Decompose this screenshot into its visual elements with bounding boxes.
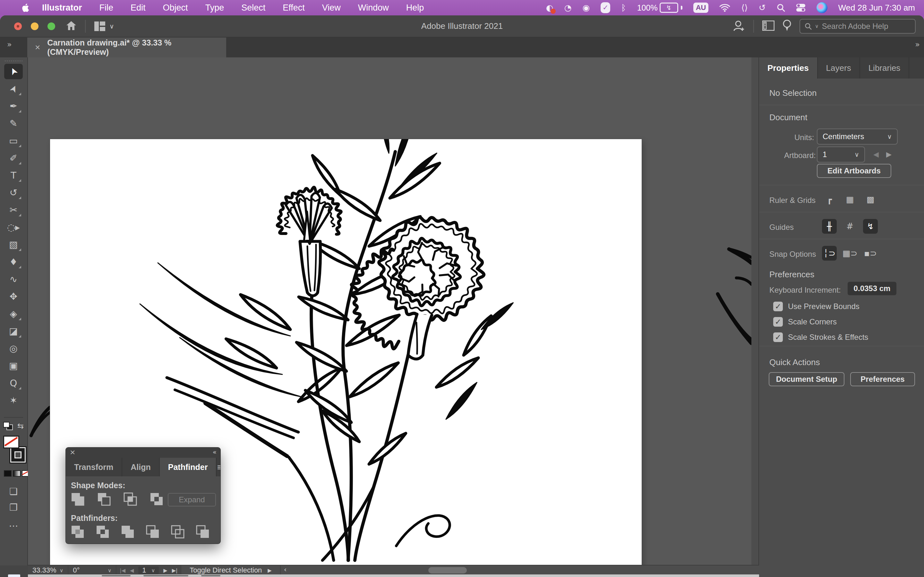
checkbox-use-preview-bounds[interactable]: ✓ [773,301,783,311]
shape-builder-tool[interactable]: ◪ [4,324,23,339]
adobe-help-search-field[interactable]: ∨ Search Adobe Help [800,19,916,34]
menu-view[interactable]: View [313,0,349,15]
pasteboard-artwork-left[interactable] [28,395,50,440]
arrange-documents-icon[interactable]: ∨ [94,21,114,31]
lasso-tool[interactable]: ◌▸ [4,219,23,235]
creative-cloud-icon[interactable]: ◐ [546,3,553,13]
tab-pathfinder[interactable]: Pathfinder [160,458,217,476]
divide-icon[interactable] [71,526,85,538]
blend-tool[interactable]: ◎ [4,341,23,356]
right-panel-expand-icon[interactable]: » [915,40,919,49]
previous-artboard-icon[interactable]: ◀ [873,150,879,158]
puppet-warp-tool[interactable]: ◈ [4,306,23,322]
alarm-app-icon[interactable]: ◔ [564,3,572,13]
menu-bar-clock[interactable]: Wed 28 Jun 7:30 am [838,3,915,13]
zoom-level-dropdown[interactable]: 33.33% ∨ [28,566,68,575]
swap-fill-stroke-icon[interactable]: ⇆ [17,422,24,430]
left-panel-expand-icon[interactable]: » [7,40,11,49]
menu-select[interactable]: Select [233,0,274,15]
paintbrush-tool[interactable]: ✐ [4,150,23,166]
document-tab[interactable]: × Carnation drawing.ai* @ 33.33 % (CMYK/… [27,37,226,57]
zoom-window-button[interactable] [47,23,55,30]
minus-front-icon[interactable] [97,493,111,506]
default-fill-stroke-icon[interactable] [3,422,13,430]
curvature-tool[interactable]: ✎ [4,116,23,131]
minimize-window-button[interactable] [31,23,39,30]
check-app-icon[interactable]: ✓ [601,2,610,13]
selection-tool[interactable]: ➤ [4,64,23,79]
menu-edit[interactable]: Edit [122,0,154,15]
scroll-left-icon[interactable]: ‹ [284,566,287,574]
color-swatch[interactable] [4,470,11,477]
scissors-tool[interactable]: ✂ [4,202,23,218]
horizontal-scrollbar-thumb[interactable] [428,567,467,574]
share-document-icon[interactable] [733,20,745,33]
free-transform-tool[interactable]: ✥ [4,289,23,304]
pathfinder-panel-header[interactable]: × « [66,448,220,458]
eyedropper-tool[interactable]: ♦ [4,254,23,269]
zoom-tool[interactable]: Q [4,376,23,391]
pasteboard-artwork-right[interactable] [702,224,751,378]
document-setup-button[interactable]: Document Setup [769,372,845,386]
next-artboard-icon[interactable]: ▶ [886,150,892,158]
rotate-tool[interactable]: ↺ [4,185,23,200]
panel-menu-icon[interactable]: ≡ [216,458,220,476]
fill-swatch-none[interactable] [3,436,19,448]
spotlight-search-icon[interactable] [777,3,785,12]
snap-to-point-icon[interactable]: ╎⊃ [822,246,837,261]
direct-selection-tool[interactable]: ➤ [4,81,23,97]
apple-menu-icon[interactable] [19,3,33,13]
collapse-panel-icon[interactable]: « [213,448,216,456]
unite-icon[interactable] [71,493,85,506]
input-source-menu[interactable]: AU [693,3,709,13]
panel-switch-icon[interactable] [762,21,774,32]
menu-illustrator[interactable]: Illustrator [33,0,91,15]
canvas-area[interactable]: × « TransformAlignPathfinder≡ Shape Mode… [28,57,751,566]
edit-toolbar-icon[interactable]: … [4,516,23,531]
expand-button[interactable]: Expand [168,493,216,506]
type-tool[interactable]: T [4,168,23,183]
tab-properties[interactable]: Properties [759,57,818,79]
width-tool[interactable]: ∿ [4,271,23,287]
pen-tool[interactable]: ✒ [4,98,23,114]
tab-align[interactable]: Align [122,458,160,476]
show-guides-icon[interactable]: ╫ [822,219,837,234]
battery-indicator[interactable]: 100% ↯ [637,3,682,13]
crop-icon[interactable] [146,526,160,538]
intersect-icon[interactable] [124,493,137,506]
previous-artboard-icon[interactable]: ◀ [130,567,134,574]
wifi-icon[interactable] [719,3,730,12]
menu-window[interactable]: Window [349,0,397,15]
stroke-swatch[interactable] [10,447,26,463]
close-panel-icon[interactable]: × [69,448,75,456]
keyboard-increment-field[interactable]: 0.0353 cm [848,282,897,295]
fill-stroke-indicator[interactable] [3,436,24,465]
artboard-dropdown[interactable]: 1 ∨ [817,147,865,163]
menu-help[interactable]: Help [397,0,433,15]
lock-guides-icon[interactable]: # [843,219,857,234]
gradient-swatch[interactable] [13,470,21,477]
checkbox-scale-corners[interactable]: ✓ [773,317,783,327]
time-machine-icon[interactable]: ↺ [759,3,766,13]
snap-to-pixel-icon[interactable]: ▪⊃ [863,246,878,261]
menu-object[interactable]: Object [154,0,197,15]
menu-type[interactable]: Type [197,0,233,15]
preferences-button[interactable]: Preferences [850,372,915,386]
status-display[interactable]: Toggle Direct Selection ▶ [181,566,280,575]
rectangle-tool[interactable]: ▭ [4,133,23,148]
magic-wand-tool[interactable]: ✶ [4,393,23,408]
smart-guides-icon[interactable]: ↯ [863,219,878,234]
ruler-icon[interactable]: ┏ [822,192,837,207]
pathfinder-panel[interactable]: × « TransformAlignPathfinder≡ Shape Mode… [66,448,220,544]
control-center-icon[interactable] [796,3,806,12]
checkbox-scale-strokes-effects[interactable]: ✓ [773,332,783,342]
bluetooth-icon[interactable]: ᛒ [621,3,626,13]
gradient-tool[interactable]: ▧ [4,237,23,252]
merge-icon[interactable] [121,526,135,538]
discover-lightbulb-icon[interactable] [783,19,791,33]
close-document-icon[interactable]: × [35,42,40,53]
home-icon[interactable] [66,21,77,32]
minus-back-icon[interactable] [196,526,210,538]
transparency-grid-icon[interactable]: ▩ [863,192,878,207]
snap-to-grid-icon[interactable]: ▦⊃ [843,246,857,261]
